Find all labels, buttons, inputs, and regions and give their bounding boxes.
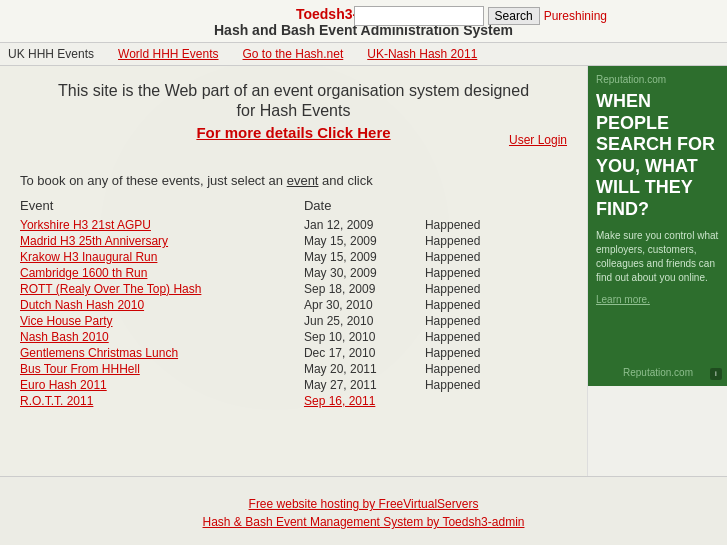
col-status <box>425 196 520 217</box>
nav-item-uk-hhh: UK HHH Events <box>8 47 94 61</box>
event-name-link[interactable]: Vice House Party <box>20 314 113 328</box>
rep-logo-top: Reputation.com <box>596 74 720 85</box>
search-input[interactable] <box>354 6 484 26</box>
main-content: This site is the Web part of an event or… <box>0 66 587 476</box>
col-event: Event <box>20 196 304 217</box>
event-date: Jan 12, 2009 <box>304 217 425 233</box>
event-name-link[interactable]: ROTT (Realy Over The Top) Hash <box>20 282 201 296</box>
event-status: Happened <box>425 217 520 233</box>
event-status: Happened <box>425 377 520 393</box>
footer: Free website hosting by FreeVirtualServe… <box>0 476 727 545</box>
event-status: Happened <box>425 281 520 297</box>
event-name-link[interactable]: Nash Bash 2010 <box>20 330 109 344</box>
col-date: Date <box>304 196 425 217</box>
table-row: Nash Bash 2010Sep 10, 2010Happened <box>20 329 520 345</box>
event-date-link[interactable]: Sep 16, 2011 <box>304 394 375 408</box>
nav-bar: UK HHH Events World HHH Events Go to the… <box>0 43 727 66</box>
event-date: May 27, 2011 <box>304 377 425 393</box>
nav-item-world-hhh[interactable]: World HHH Events <box>118 47 218 61</box>
event-name-link[interactable]: Yorkshire H3 21st AGPU <box>20 218 151 232</box>
table-row: Euro Hash 2011May 27, 2011Happened <box>20 377 520 393</box>
event-status: Happened <box>425 297 520 313</box>
event-name-link[interactable]: Dutch Nash Hash 2010 <box>20 298 144 312</box>
event-name-link[interactable]: Cambridge 1600 th Run <box>20 266 147 280</box>
event-status: Happened <box>425 313 520 329</box>
event-name-link[interactable]: Bus Tour From HHHell <box>20 362 140 376</box>
event-name-link[interactable]: Gentlemens Christmas Lunch <box>20 346 178 360</box>
event-date: Sep 18, 2009 <box>304 281 425 297</box>
nav-item-hash-net[interactable]: Go to the Hash.net <box>243 47 344 61</box>
event-status: Happened <box>425 345 520 361</box>
header: Toedsh3-admin.com Hash and Bash Event Ad… <box>0 0 727 43</box>
ad-block: Reputation.com WHEN PEOPLE SEARCH FOR YO… <box>588 66 727 386</box>
event-status: Happened <box>425 361 520 377</box>
table-row: Krakow H3 Inaugural RunMay 15, 2009Happe… <box>20 249 520 265</box>
events-tbody: Yorkshire H3 21st AGPUJan 12, 2009Happen… <box>20 217 520 409</box>
search-button[interactable]: Search <box>488 7 540 25</box>
event-date: Sep 10, 2010 <box>304 329 425 345</box>
footer-system-link[interactable]: Hash & Bash Event Management System by T… <box>8 515 719 529</box>
event-date: May 20, 2011 <box>304 361 425 377</box>
event-link-instruction[interactable]: event <box>287 173 319 188</box>
intro-line2: for Hash Events <box>20 102 567 120</box>
event-status: Happened <box>425 249 520 265</box>
event-date: Sep 16, 2011 <box>304 393 425 409</box>
event-date: May 30, 2009 <box>304 265 425 281</box>
intro-text: This site is the Web part of an event or… <box>20 82 567 141</box>
table-row: R.O.T.T. 2011Sep 16, 2011 <box>20 393 520 409</box>
event-date: Jun 25, 2010 <box>304 313 425 329</box>
footer-hosting-link[interactable]: Free website hosting by FreeVirtualServe… <box>8 497 719 511</box>
event-date: Apr 30, 2010 <box>304 297 425 313</box>
events-section: To book on any of these events, just sel… <box>20 173 567 409</box>
intro-line1: This site is the Web part of an event or… <box>20 82 567 100</box>
content-area: This site is the Web part of an event or… <box>0 66 727 476</box>
nav-item-uk-nash[interactable]: UK-Nash Hash 2011 <box>367 47 477 61</box>
ad-corner-icon: i <box>710 368 722 380</box>
pureshining-link[interactable]: Pureshining <box>544 9 607 23</box>
table-row: Bus Tour From HHHellMay 20, 2011Happened <box>20 361 520 377</box>
event-name-link[interactable]: Euro Hash 2011 <box>20 378 107 392</box>
sidebar: Reputation.com WHEN PEOPLE SEARCH FOR YO… <box>587 66 727 476</box>
table-row: Vice House PartyJun 25, 2010Happened <box>20 313 520 329</box>
event-date: May 15, 2009 <box>304 233 425 249</box>
book-instruction: To book on any of these events, just sel… <box>20 173 567 188</box>
events-table: Event Date Yorkshire H3 21st AGPUJan 12,… <box>20 196 520 409</box>
ad-body: Make sure you control what employers, cu… <box>596 229 720 285</box>
table-row: Madrid H3 25th AnniversaryMay 15, 2009Ha… <box>20 233 520 249</box>
event-status: Happened <box>425 233 520 249</box>
ad-cta[interactable]: Learn more. <box>596 294 650 305</box>
event-name-link[interactable]: Krakow H3 Inaugural Run <box>20 250 157 264</box>
table-row: Gentlemens Christmas LunchDec 17, 2010Ha… <box>20 345 520 361</box>
search-area: Search Pureshining <box>354 6 607 26</box>
event-date: Dec 17, 2010 <box>304 345 425 361</box>
event-status <box>425 393 520 409</box>
event-date: May 15, 2009 <box>304 249 425 265</box>
user-login-link[interactable]: User Login <box>509 133 567 147</box>
event-status: Happened <box>425 329 520 345</box>
table-row: Yorkshire H3 21st AGPUJan 12, 2009Happen… <box>20 217 520 233</box>
event-name-link[interactable]: Madrid H3 25th Anniversary <box>20 234 168 248</box>
event-status: Happened <box>425 265 520 281</box>
rep-logo-bottom: Reputation.com <box>588 367 727 378</box>
table-row: Dutch Nash Hash 2010Apr 30, 2010Happened <box>20 297 520 313</box>
table-row: ROTT (Realy Over The Top) HashSep 18, 20… <box>20 281 520 297</box>
main-wrapper: Toedsh3-admin.com Hash and Bash Event Ad… <box>0 0 727 545</box>
event-name-link[interactable]: R.O.T.T. 2011 <box>20 394 93 408</box>
click-here-link[interactable]: For more details Click Here <box>20 124 567 141</box>
ad-headline: WHEN PEOPLE SEARCH FOR YOU, WHAT WILL TH… <box>596 91 720 221</box>
table-row: Cambridge 1600 th RunMay 30, 2009Happene… <box>20 265 520 281</box>
